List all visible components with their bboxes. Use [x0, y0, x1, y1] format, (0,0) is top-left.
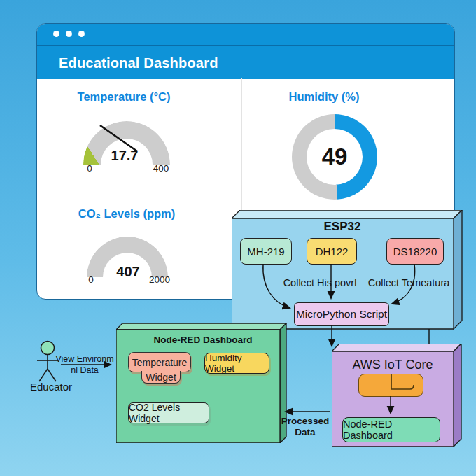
- window-dot-icon[interactable]: [66, 31, 72, 37]
- app-header: Educational Dashboard: [37, 45, 454, 79]
- co2-value: 407: [116, 264, 139, 280]
- temperature-tick-min: 0: [87, 163, 92, 174]
- co2-tick-min: 0: [88, 274, 94, 285]
- processed-data-label-line2: Data: [295, 427, 315, 438]
- co2-levels-widget[interactable]: CO2 Levels Widget: [128, 402, 209, 424]
- humidity-panel-title: Humidity (%): [289, 90, 360, 104]
- educator-label: Educator: [30, 381, 72, 393]
- panel-divider-horizontal: [37, 202, 241, 202]
- window-titlebar: [37, 24, 454, 45]
- view-data-label-line1: View Environm: [55, 354, 113, 364]
- view-data-label-line2: nl Data: [71, 365, 99, 375]
- scene: Educational Dashboard Temperature (°C) 1…: [0, 0, 476, 476]
- temperature-tick-max: 400: [153, 163, 169, 174]
- aws-title: AWS IoT Core: [352, 358, 433, 372]
- window-dot-icon[interactable]: [78, 31, 85, 37]
- micropython-script-node[interactable]: MicroPython Script: [294, 302, 389, 326]
- sensor-dh122[interactable]: DH122: [307, 238, 357, 265]
- collect-temperature-label: Collect Temeatura: [368, 277, 450, 288]
- esp32-title: ESP32: [324, 220, 361, 234]
- humidity-value: 49: [307, 129, 363, 185]
- aws-nodered-dashboard-node[interactable]: Node-RED Dashboard: [342, 417, 440, 442]
- nodered-title: Node-RED Dashboard: [153, 335, 252, 345]
- sensor-ds18220[interactable]: DS18220: [386, 238, 444, 265]
- sensor-mh219[interactable]: MH-219: [240, 238, 292, 265]
- temperature-widget-label: Temperature: [132, 357, 188, 368]
- page-title: Educational Dashboard: [59, 55, 218, 71]
- co2-panel-title: CO₂ Levels (ppm): [78, 207, 175, 220]
- temperature-widget-label2: Widget: [146, 372, 176, 383]
- co2-tick-max: 2000: [149, 274, 170, 285]
- collect-humidity-label: Collect His povrl: [284, 277, 357, 288]
- window-dot-icon[interactable]: [53, 31, 59, 37]
- aws-rule-icon: [358, 374, 424, 397]
- temperature-panel-title: Temperature (°C): [78, 90, 171, 104]
- temperature-gauge-needle: [83, 121, 170, 164]
- processed-data-label-line1: Processed: [281, 416, 329, 426]
- humidity-widget[interactable]: Humidity Widget: [204, 353, 270, 374]
- humidity-donut: 49: [292, 114, 377, 200]
- temperature-widget[interactable]: Temperature: [128, 352, 191, 372]
- temperature-widget-tab[interactable]: Widget: [141, 371, 181, 384]
